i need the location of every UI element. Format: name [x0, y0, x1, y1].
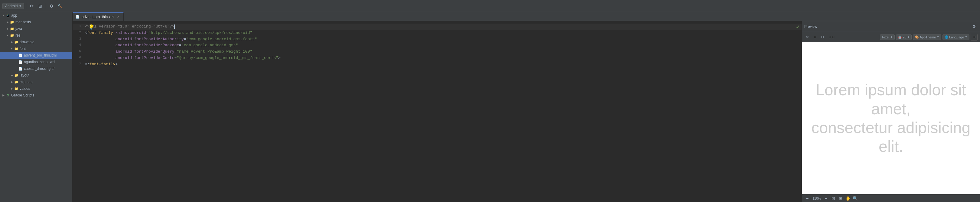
sidebar-item-drawable[interactable]: ▶ 📁 drawable — [0, 39, 72, 45]
pixel-dropdown[interactable]: Pixel ▼ — [880, 35, 895, 40]
settings-icon[interactable]: ⚙ — [48, 2, 55, 10]
grid-layout-btn[interactable]: ⊞⊞ — [827, 34, 836, 41]
sidebar-item-java[interactable]: ▶ 📁 java — [0, 25, 72, 32]
chevron-theme-icon: ▼ — [937, 36, 939, 38]
expand-arrow-gradle: ▶ — [1, 93, 5, 97]
res-label: res — [16, 33, 21, 38]
apptheme-dropdown[interactable]: 🎨 AppTheme ▼ — [913, 35, 941, 40]
tab-advent-pro-thin[interactable]: 📄 advent_pro_thin.xml ✕ — [73, 12, 124, 21]
hint-bulb-icon: 💡 — [88, 24, 94, 30]
code-line-6: 6 android:fontProviderCerts="@array/com_… — [73, 55, 802, 61]
preview-settings-icon[interactable]: ⚙ — [971, 23, 978, 30]
sidebar-item-manifests[interactable]: ▶ 📁 manifests — [0, 19, 72, 25]
line-content-3: android:fontProviderAuthority="com.googl… — [85, 36, 799, 43]
line-num-1: 1 — [73, 24, 85, 29]
values-label: values — [20, 86, 30, 91]
main-area: ▼ 📱 app ▶ 📁 manifests ▶ 📁 java ▼ 📁 res ▶… — [0, 12, 980, 202]
sidebar-item-values[interactable]: ▶ 📁 values — [0, 85, 72, 92]
sidebar-item-layout[interactable]: ▶ 📁 layout — [0, 72, 72, 79]
line-num-2: 2 — [73, 30, 85, 35]
preview-toolbar: Preview ⚙ — [802, 21, 980, 32]
hand-pan-btn[interactable]: ✋ — [845, 196, 851, 201]
line-content-4: android:fontProviderPackage="com.google.… — [85, 42, 799, 49]
line-num-7: 7 — [73, 61, 85, 67]
expand-arrow-java: ▶ — [5, 27, 10, 31]
theme-icon: 🎨 — [915, 35, 919, 39]
code-line-4: 4 android:fontProviderPackage="com.googl… — [73, 42, 802, 49]
api-level-dropdown[interactable]: 🤖 26 ▼ — [896, 35, 912, 40]
refresh-btn[interactable]: ↺ — [804, 34, 811, 41]
line-num-6: 6 — [73, 55, 85, 60]
expand-arrow-font: ▼ — [10, 46, 14, 51]
line-num-3: 3 — [73, 36, 85, 42]
editor-checkmark: ✓ — [796, 24, 800, 30]
chevron-pixel-icon: ▼ — [890, 36, 892, 38]
values-folder-icon: 📁 — [14, 86, 19, 91]
sidebar-item-caesar-dressing[interactable]: ▶ 📄 caesar_dressing.ttf — [0, 65, 72, 72]
sync-icon[interactable]: ⟳ — [28, 2, 35, 10]
font-label: font — [20, 46, 26, 51]
code-line-2: 2 <font-family xmlns:android="http://sch… — [73, 30, 802, 36]
tab-close-btn[interactable]: ✕ — [116, 15, 120, 19]
tab-file-icon: 📄 — [76, 15, 80, 19]
fit-screen-btn[interactable]: ⊡ — [830, 196, 836, 201]
gradle-icon: ⚙ — [5, 93, 10, 98]
preview-title: Preview — [804, 24, 817, 29]
sidebar-item-mipmap[interactable]: ▶ 📁 mipmap — [0, 79, 72, 85]
sidebar-item-font[interactable]: ▼ 📁 font — [0, 45, 72, 52]
api-level-label: 26 — [902, 35, 906, 39]
separator-1 — [26, 3, 26, 9]
chevron-language-icon: ▼ — [965, 36, 967, 38]
expand-arrow-values: ▶ — [10, 86, 14, 91]
xml-file-icon-2: 📄 — [18, 60, 23, 64]
drawable-folder-icon: 📁 — [14, 40, 19, 45]
layout-folder-icon: 📁 — [14, 73, 19, 78]
sidebar-item-gradle[interactable]: ▶ ⚙ Gradle Scripts — [0, 92, 72, 99]
grid-single-btn[interactable]: ⊞ — [812, 34, 818, 41]
actual-size-btn[interactable]: ⊞ — [838, 196, 843, 201]
apptheme-label: AppTheme — [920, 35, 936, 39]
sidebar-item-app[interactable]: ▼ 📱 app — [0, 12, 72, 19]
caesar-dressing-label: caesar_dressing.ttf — [24, 67, 54, 71]
editor-panel[interactable]: 💡 ✓ 1 <?xml version="1.0" encoding="utf-… — [73, 21, 802, 202]
code-line-7: 7 </font-family> — [73, 61, 802, 68]
language-label: Language — [949, 35, 964, 39]
editor-preview-split: 💡 ✓ 1 <?xml version="1.0" encoding="utf-… — [73, 21, 980, 202]
drawable-label: drawable — [20, 40, 35, 44]
sidebar-item-res[interactable]: ▼ 📁 res — [0, 32, 72, 39]
xml-decl-token: <?xml version="1.0" encoding="utf-8"?> — [85, 24, 174, 29]
gradle-label: Gradle Scripts — [11, 93, 34, 97]
zoom-value: 110% — [811, 197, 822, 200]
zoom-in-btn[interactable]: + — [823, 196, 829, 201]
chevron-down-icon: ▼ — [19, 5, 21, 8]
line-content-1: <?xml version="1.0" encoding="utf-8"?> — [85, 24, 799, 30]
toolbar-left: Android ▼ ⟳ ⊞ ⚙ 🔨 — [2, 2, 64, 10]
mipmap-folder-icon: 📁 — [14, 80, 19, 84]
code-line-5: 5 android:fontProviderQuery="name=Advent… — [73, 49, 802, 55]
search-zoom-btn[interactable]: 🔍 — [852, 196, 858, 201]
language-icon: 🌐 — [945, 35, 948, 39]
advent-pro-thin-label: advent_pro_thin.xml — [24, 53, 57, 57]
sidebar-item-advent-pro-thin[interactable]: ▶ 📄 advent_pro_thin.xml — [0, 52, 72, 59]
grid-multi-btn[interactable]: ⊟ — [819, 34, 826, 41]
editor-content: 1 <?xml version="1.0" encoding="utf-8"?>… — [73, 21, 802, 70]
cursor — [174, 24, 175, 29]
split-view-btn[interactable]: ⊞ — [970, 34, 978, 41]
line-content-7: </font-family> — [85, 61, 799, 68]
language-dropdown[interactable]: 🌐 Language ▼ — [942, 35, 969, 40]
zoom-out-btn[interactable]: − — [804, 196, 810, 201]
sidebar-item-aguafina-script[interactable]: ▶ 📄 aguafina_script.xml — [0, 59, 72, 65]
aguafina-script-label: aguafina_script.xml — [24, 60, 55, 64]
expand-arrow-layout: ▶ — [10, 73, 14, 77]
preview-zoom-bar: − 110% + ⊡ ⊞ ✋ 🔍 — [802, 194, 980, 202]
res-folder-icon: 📁 — [10, 33, 14, 38]
mipmap-label: mipmap — [20, 80, 33, 84]
lorem-ipsum-text: Lorem ipsum dolor sit amet,consectetur a… — [802, 75, 980, 162]
xml-file-icon: 📄 — [18, 53, 23, 58]
line-content-5: android:fontProviderQuery="name=Advent P… — [85, 49, 799, 55]
android-dropdown[interactable]: Android ▼ — [2, 3, 24, 9]
expand-arrow-app: ▼ — [1, 13, 5, 17]
hammer-icon[interactable]: 🔨 — [56, 2, 64, 10]
project-sidebar: ▼ 📱 app ▶ 📁 manifests ▶ 📁 java ▼ 📁 res ▶… — [0, 12, 73, 202]
hierarchy-icon[interactable]: ⊞ — [37, 2, 44, 10]
